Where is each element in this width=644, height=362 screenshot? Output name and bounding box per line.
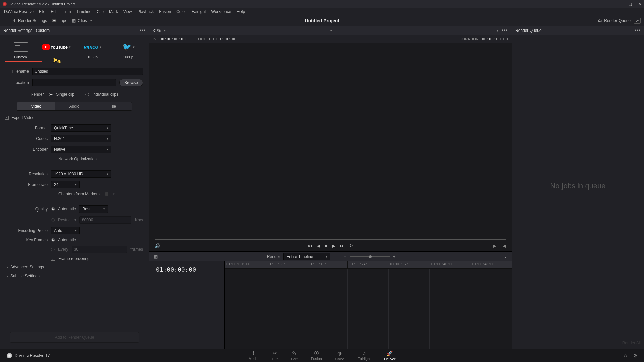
encprofile-dropdown[interactable]: Auto▾ bbox=[51, 227, 80, 234]
maximize-button[interactable]: ▢ bbox=[628, 2, 632, 6]
timeline-timecode[interactable]: 01:00:00:00 bbox=[149, 261, 224, 278]
menu-clip[interactable]: Clip bbox=[94, 9, 106, 14]
restrict-input[interactable] bbox=[79, 216, 131, 224]
chevron-down-icon[interactable]: ▾ bbox=[100, 45, 101, 49]
timeline-tracks[interactable] bbox=[225, 269, 512, 349]
keyframes-n-input[interactable] bbox=[72, 246, 127, 253]
single-clip-radio[interactable] bbox=[49, 93, 53, 96]
chevron-down-icon[interactable]: ▾ bbox=[69, 45, 71, 49]
viewer-options-icon[interactable]: ••• bbox=[502, 28, 508, 33]
tab-file[interactable]: File bbox=[94, 102, 132, 110]
menu-fusion[interactable]: Fusion bbox=[156, 9, 174, 14]
tab-video[interactable]: Video bbox=[17, 102, 55, 110]
keyframes-auto-label: Automatic bbox=[58, 238, 76, 242]
zoom-dropdown[interactable]: 31%▾ bbox=[153, 28, 166, 33]
quality-dropdown[interactable]: Best▾ bbox=[79, 205, 108, 213]
tab-audio[interactable]: Audio bbox=[55, 102, 93, 110]
menu-color[interactable]: Color bbox=[174, 9, 189, 14]
resolution-dropdown[interactable]: 644 x 362 HD▾ bbox=[51, 170, 111, 178]
zoom-out-button[interactable]: − bbox=[344, 254, 346, 259]
zoom-in-button[interactable]: + bbox=[393, 254, 395, 259]
menu-timeline[interactable]: Timeline bbox=[73, 9, 94, 14]
thumbnails-icon[interactable]: ▦ bbox=[154, 254, 158, 259]
menu-playback[interactable]: Playback bbox=[135, 9, 156, 14]
preset-vimeo[interactable]: vimeo▾ 1080p bbox=[78, 41, 107, 59]
viewer-canvas[interactable]: 🔊 ⏮ ◀ ■ ▶ ⏭ ↻ ▶| |◀ bbox=[149, 43, 512, 251]
home-icon[interactable]: ⌂ bbox=[624, 353, 627, 359]
menu-trim[interactable]: Trim bbox=[60, 9, 74, 14]
filename-input[interactable] bbox=[32, 68, 143, 75]
play-button[interactable]: ▶ bbox=[332, 243, 335, 248]
goto-end-button[interactable]: ⏭ bbox=[340, 243, 344, 248]
subtitle-settings-expand[interactable]: ▸Subtitle Settings bbox=[0, 272, 149, 280]
menu-davinci[interactable]: DaVinci Resolve bbox=[1, 9, 36, 14]
audio-icon[interactable]: ♪ bbox=[505, 254, 507, 259]
menu-file[interactable]: File bbox=[36, 9, 48, 14]
panel-options-icon[interactable]: ••• bbox=[139, 28, 146, 33]
menu-workspace[interactable]: Workspace bbox=[209, 9, 234, 14]
menu-view[interactable]: View bbox=[121, 9, 135, 14]
settings-tabs: Video Audio File bbox=[17, 102, 132, 111]
format-dropdown[interactable]: QuickTime▾ bbox=[51, 124, 111, 132]
page-fusion[interactable]: ⦿Fusion bbox=[311, 350, 322, 361]
timeline-ruler[interactable]: 01:00:00:00 01:00:08:00 01:00:16:00 01:0… bbox=[225, 261, 512, 269]
codec-dropdown[interactable]: H.264▾ bbox=[51, 135, 111, 142]
page-color[interactable]: ◑Color bbox=[335, 350, 344, 361]
clips-toggle[interactable]: ▦ Clips ▾ bbox=[72, 18, 92, 23]
advanced-settings-expand[interactable]: ▸Advanced Settings bbox=[0, 263, 149, 272]
export-video-checkbox[interactable] bbox=[5, 116, 9, 120]
page-media[interactable]: 🗄Media bbox=[249, 350, 259, 361]
quality-automatic-radio[interactable] bbox=[51, 207, 55, 211]
render-settings-toggle[interactable]: 🎚 Render Settings bbox=[12, 18, 47, 23]
chevron-down-icon[interactable]: ▾ bbox=[133, 45, 135, 49]
tape-toggle[interactable]: 📼 Tape bbox=[52, 18, 67, 23]
chevron-down-icon: ▾ bbox=[113, 192, 115, 196]
page-cut[interactable]: ✂Cut bbox=[272, 350, 278, 361]
preview-icon[interactable]: 🖵 bbox=[3, 18, 7, 23]
page-edit[interactable]: ✎Edit bbox=[291, 350, 298, 361]
menu-fairlight[interactable]: Fairlight bbox=[189, 9, 209, 14]
keyframes-every-radio[interactable] bbox=[51, 248, 55, 251]
preset-youtube[interactable]: YouTube▾ bbox=[42, 41, 71, 59]
preset-twitter[interactable]: 🐦▾ 1080p bbox=[114, 41, 143, 59]
individual-clips-radio[interactable] bbox=[85, 93, 89, 96]
timeline-scope-dropdown[interactable]: Entire Timeline▾ bbox=[283, 253, 330, 260]
step-back-button[interactable]: ◀ bbox=[317, 243, 320, 248]
prev-clip-button[interactable]: |◀ bbox=[502, 243, 506, 248]
encoder-dropdown[interactable]: Native▾ bbox=[51, 146, 111, 153]
frame-reordering-checkbox[interactable] bbox=[51, 257, 55, 261]
viewer-dropdown-right[interactable]: ▾ bbox=[497, 29, 498, 32]
menu-mark[interactable]: Mark bbox=[106, 9, 121, 14]
volume-icon[interactable]: 🔊 bbox=[155, 243, 160, 248]
center-panel: 31%▾ ▾ ▾ ••• IN 00:00:00:00 OUT 00:00:00… bbox=[149, 26, 512, 349]
page-fairlight[interactable]: ♫Fairlight bbox=[358, 350, 371, 361]
menu-help[interactable]: Help bbox=[234, 9, 248, 14]
browse-button[interactable]: Browse bbox=[119, 79, 143, 86]
framerate-dropdown[interactable]: 24▾ bbox=[51, 181, 80, 188]
cut-icon: ✂ bbox=[273, 350, 277, 356]
next-clip-button[interactable]: ▶| bbox=[493, 243, 497, 248]
chapters-checkbox[interactable] bbox=[51, 192, 55, 196]
keyframes-auto-radio[interactable] bbox=[51, 238, 55, 242]
zoom-slider[interactable] bbox=[350, 256, 390, 257]
page-deliver[interactable]: 🚀Deliver bbox=[384, 350, 395, 361]
scrub-bar[interactable] bbox=[155, 239, 506, 240]
restrict-radio[interactable] bbox=[51, 218, 55, 222]
stop-button[interactable]: ■ bbox=[325, 243, 328, 248]
queue-options-icon[interactable]: ••• bbox=[634, 28, 641, 33]
minimize-button[interactable]: — bbox=[618, 2, 622, 6]
project-title: Untitled Project bbox=[305, 18, 339, 23]
location-input[interactable] bbox=[32, 79, 116, 86]
viewer-dropdown[interactable]: ▾ bbox=[330, 29, 332, 32]
render-all-button[interactable]: Render All bbox=[512, 337, 644, 349]
goto-start-button[interactable]: ⏮ bbox=[308, 243, 312, 248]
add-to-render-queue-button[interactable]: Add to Render Queue bbox=[10, 332, 139, 343]
close-button[interactable]: ✕ bbox=[638, 2, 641, 6]
preset-custom[interactable]: Custom bbox=[6, 41, 35, 59]
network-optimization-checkbox[interactable] bbox=[51, 157, 55, 161]
loop-button[interactable]: ↻ bbox=[349, 243, 353, 248]
settings-icon[interactable]: ⚙ bbox=[633, 353, 637, 359]
popout-icon[interactable]: ↗ bbox=[634, 18, 641, 24]
menu-edit[interactable]: Edit bbox=[48, 9, 60, 14]
render-queue-toggle[interactable]: 🗂 Render Queue bbox=[598, 18, 631, 23]
